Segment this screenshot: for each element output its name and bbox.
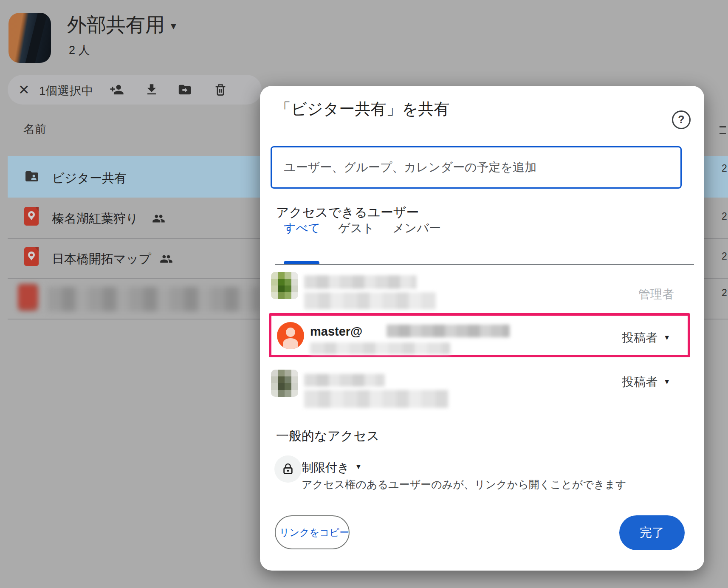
general-access-section-title: 一般的なアクセス (276, 427, 380, 445)
share-dialog: 「ビジター共有」を共有 ? アクセスできるユーザー すべて ゲスト メンバー 管… (260, 86, 704, 571)
done-label: 完了 (640, 524, 664, 541)
chevron-down-icon[interactable]: ▼ (169, 21, 178, 31)
tab-members[interactable]: メンバー (392, 220, 441, 236)
column-header-name[interactable]: 名前 (23, 122, 46, 137)
user-avatar (277, 322, 304, 349)
member-count: 2 人 (69, 42, 90, 58)
tabs-divider (275, 264, 694, 265)
move-to-folder-icon[interactable] (178, 82, 192, 97)
redacted-user-name (304, 374, 385, 387)
access-section-title: アクセスできるユーザー (276, 204, 419, 221)
clipped-column-fragment: 2 (722, 251, 727, 262)
my-maps-icon (24, 207, 39, 227)
user-avatar (271, 370, 298, 397)
clipped-column-fragment: 2 (722, 211, 727, 222)
add-people-input[interactable] (271, 146, 682, 189)
help-icon[interactable]: ? (672, 110, 691, 129)
redacted-file-name (48, 287, 260, 311)
access-tabs: すべて ゲスト メンバー (284, 220, 441, 236)
redacted-file-icon (18, 284, 38, 311)
redacted-user-email (310, 342, 450, 354)
my-maps-icon (24, 247, 39, 268)
file-name: 日本橋開拓マップ (52, 251, 151, 268)
clipped-column-fragment (720, 126, 726, 134)
role-label-admin: 管理者 (638, 286, 674, 302)
selection-toolbar: × 1個選択中 (8, 75, 262, 105)
chevron-down-icon: ▼ (663, 378, 670, 386)
drive-title[interactable]: 外部共有用 (67, 12, 165, 38)
file-name: ビジター共有 (52, 170, 127, 187)
done-button[interactable]: 完了 (619, 515, 685, 550)
lock-icon (274, 455, 302, 483)
role-value: 投稿者 (622, 330, 657, 346)
delete-icon[interactable] (213, 82, 228, 97)
role-dropdown[interactable]: 投稿者 ▼ (622, 374, 670, 390)
copy-link-label: リンクをコピー (279, 526, 349, 539)
clear-selection-button[interactable]: × (19, 76, 29, 103)
shared-folder-icon (23, 169, 41, 184)
redacted-user-name (304, 275, 417, 289)
person-add-icon[interactable] (110, 82, 124, 97)
role-value: 投稿者 (622, 374, 657, 390)
tab-all[interactable]: すべて (284, 220, 320, 236)
copy-link-button[interactable]: リンクをコピー (275, 515, 350, 549)
user-email-prefix: master@ (310, 325, 362, 339)
clipped-column-fragment: 2 (722, 287, 727, 299)
tab-guests[interactable]: ゲスト (338, 220, 375, 236)
user-avatar (271, 272, 298, 299)
clipped-column-fragment: 2 (722, 163, 727, 174)
shared-people-icon (160, 252, 173, 266)
general-access-description: アクセス権のあるユーザーのみが、リンクから開くことができます (302, 478, 626, 492)
file-name: 榛名湖紅葉狩り (52, 210, 138, 227)
dialog-title: 「ビジター共有」を共有 (275, 99, 449, 120)
shared-people-icon (152, 212, 165, 225)
role-dropdown[interactable]: 投稿者 ▼ (622, 330, 670, 346)
redacted-user-email (304, 292, 436, 309)
chevron-down-icon[interactable]: ▼ (355, 463, 362, 471)
redacted-user-email (387, 325, 510, 337)
download-icon[interactable] (144, 82, 159, 97)
chevron-down-icon: ▼ (663, 334, 670, 342)
redacted-user-email (304, 390, 449, 408)
shared-drive-avatar[interactable] (8, 13, 51, 63)
general-access-dropdown[interactable]: 制限付き (302, 460, 350, 476)
selection-count-label: 1個選択中 (39, 83, 93, 99)
